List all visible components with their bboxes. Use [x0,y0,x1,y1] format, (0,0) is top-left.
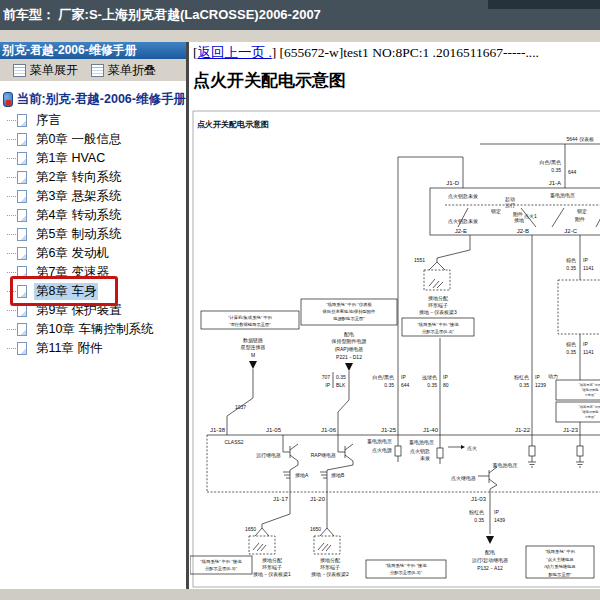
reference-note: "线路系统" 中的 "接地 [200,559,242,564]
sidebar-item-ch11[interactable]: 第11章 附件 [0,339,186,358]
tree-item-label: 第5章 制动系统 [34,226,123,243]
document-icon [17,190,27,203]
sidebar-item-preface[interactable]: 序言 [0,111,186,130]
sidebar-item-ch4[interactable]: 第4章 转动系统 [0,206,186,225]
switch-label: 附件 [575,216,585,223]
pin-label: J2-E [455,228,467,234]
pin-label: J1-38 [210,427,226,433]
menu-collapse-label: 菜单折叠 [108,62,156,79]
reference-note: "继电器配电 [581,410,599,414]
component-label: P132－A12 [477,565,503,571]
diagram-title: 点火开关配电示意图 [197,120,269,129]
reference-note: "继电器配电 [581,388,599,392]
component-label: 运行/起动继电器 [472,557,508,564]
component-label: 运行继电器 [256,452,281,459]
sidebar-item-ch1[interactable]: 第1章 HVAC [0,149,186,168]
tree-item-label: 第4章 转动系统 [34,207,123,224]
document-icon [17,171,27,184]
sidebar-item-ch3[interactable]: 第3章 悬架系统 [0,187,186,206]
tree-item-label: 第2章 转向系统 [34,169,123,186]
sidebar-title: 别克-君越-2006-维修手册 [0,42,186,59]
wire-color: 棕色 [566,341,576,347]
wire-connector: IP [443,374,448,380]
pin-label: J1-05 [266,427,282,433]
component-label: 配电 [485,549,495,556]
wire-gauge: 0.35 [519,382,529,388]
wire-gauge: 0.35 [551,167,561,173]
document-icon [17,323,27,336]
pin-label: J1-40 [423,427,439,433]
component-label: 蓄电池电压 [409,439,434,446]
wire-color: BLK [336,382,346,388]
tree-item-label: 第9章 保护装置 [34,302,123,319]
pin-label: J1-D [446,180,459,186]
sidebar-item-ch2[interactable]: 第2章 转向系统 [0,168,186,187]
reference-note: "线路系统" 中的 "仪表板 [326,302,372,307]
tree-root-current[interactable]: 当前:别克-君越-2006-维修手册 [0,89,186,111]
document-icon [17,209,27,222]
component-label: 点火电源 [372,447,392,453]
sidebar-item-ch0[interactable]: 第0章 一般信息 [0,130,186,149]
chapter-tree: 当前:别克-君越-2006-维修手册 序言 第0章 一般信息 第1章 HVAC … [0,81,186,358]
wire-color: 粉红色 [514,374,529,381]
tree-connector [7,310,16,312]
tree-connector [7,158,16,160]
menu-expand-label: 菜单展开 [30,62,78,79]
sidebar-item-ch9[interactable]: 第9章 保护装置 [0,301,186,320]
component-label: 点火钥匙 [410,448,430,455]
document-icon [17,247,27,260]
component-label: 未拔 [420,455,430,461]
tree-connector [7,291,16,293]
component-label: 蓄电池电压 [493,462,518,469]
wire-connector: IP [401,374,406,380]
ground-label: 接地分配 [428,295,448,302]
reference-note: 分配示意图(6-3)" [390,570,423,576]
wire-connector: IP [583,341,588,347]
reference-note: "计算机/集成系统" 中的 [228,315,272,320]
sidebar-item-ch8-selected[interactable]: 第8章 车身 [0,282,186,301]
sidebar-item-ch6[interactable]: 第6章 发动机 [0,244,186,263]
reference-note: 示意图" [585,393,596,397]
status-band [0,589,600,600]
switch-label: 点火1 [524,213,537,219]
tree-connector [7,120,16,122]
reference-note: 示意图" [585,415,596,419]
sidebar-menu: 菜单展开 菜单折叠 [0,59,186,81]
pin-label: J1-06 [321,427,337,433]
component-label: CLASS2 [224,439,243,445]
ground-label: 接地B [331,472,345,478]
back-link[interactable]: 返回上一页 . [198,45,272,60]
document-icon [17,285,27,298]
wire-number: 1239 [535,382,546,388]
menu-collapse-button[interactable]: 菜单折叠 [91,62,156,79]
component-label: 星型连接器 [241,344,266,351]
component-label: RAP继电器 [311,452,336,458]
sidebar-item-ch5[interactable]: 第5章 制动系统 [0,225,186,244]
switch-label: 蓄电池电压 [550,192,575,199]
wire-number: 644 [568,169,577,175]
splice-label: 5644 仪表板 [566,136,594,142]
wire-number: 707 [322,374,331,380]
doc-meta-text: ] [655672-w]test1 NO:8PC:1 .2016511667--… [272,45,539,60]
sidebar-item-ch7[interactable]: 第7章 变速器 [0,263,186,282]
reference-note: 分配示意图(6-4)" [422,329,455,335]
document-icon [17,342,27,355]
tree-connector [7,348,16,350]
wire-connector: IP [535,374,540,380]
tree-connector [7,272,16,274]
tree-item-label: 第7章 变速器 [34,264,111,281]
wire-gauge: 0.35 [384,382,394,388]
switch-label: 运行 [505,202,515,209]
sidebar-item-ch10[interactable]: 第10章 车辆控制系统 [0,320,186,339]
ground-label: 接地A [295,472,309,478]
reference-note: "线路系统" 中的 [579,405,600,409]
tree-connector [7,177,16,179]
document-icon [17,228,27,241]
menu-expand-button[interactable]: 菜单展开 [13,62,78,79]
manual-book-icon [3,92,13,107]
tree-connector [7,234,16,236]
ground-label: 接地－仪表板梁2 [311,571,349,577]
wire-number: 644 [401,382,410,388]
wire-color: 棕色 [566,257,576,263]
document-icon [17,152,27,165]
